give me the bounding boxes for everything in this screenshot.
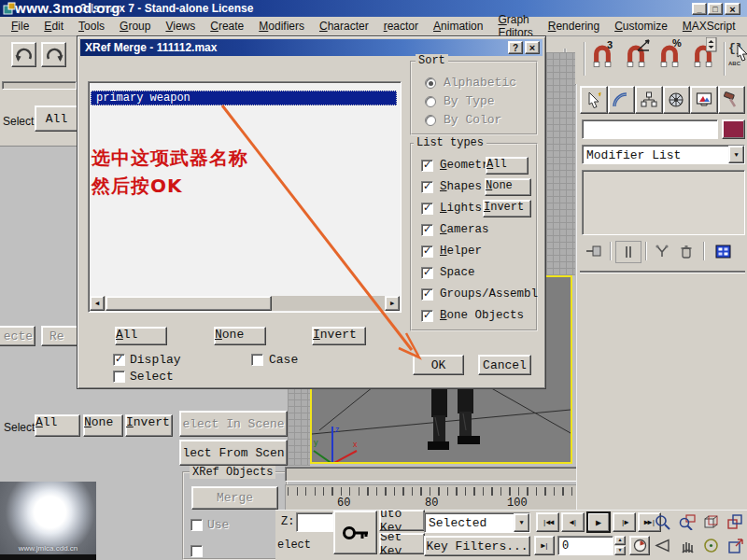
- key-mode-toggle[interactable]: ▶|: [534, 536, 555, 555]
- pan-button[interactable]: [675, 535, 698, 556]
- types-none-button[interactable]: None: [485, 178, 531, 196]
- snap-toggle-3d-icon[interactable]: 3: [590, 43, 620, 73]
- select-all-button[interactable]: All: [35, 105, 78, 132]
- tab-hierarchy[interactable]: [635, 86, 663, 114]
- play-button[interactable]: ▶: [586, 511, 611, 533]
- types-invert-button[interactable]: Invert: [483, 200, 531, 217]
- spinner-up-icon[interactable]: ▲: [614, 536, 626, 545]
- minimize-icon[interactable]: _: [692, 3, 707, 15]
- geometry-checkbox[interactable]: [421, 160, 433, 172]
- top-viewport-grid[interactable]: [546, 52, 575, 275]
- sort-alphabetic-radio[interactable]: [425, 77, 436, 89]
- menu-create[interactable]: Create: [203, 20, 251, 33]
- arc-rotate-button[interactable]: [699, 535, 723, 556]
- auto-key-button[interactable]: uto Key: [379, 510, 425, 531]
- selected-filter-dropdown[interactable]: Selected ▼: [424, 512, 530, 533]
- dialog-close-icon[interactable]: ×: [525, 41, 540, 54]
- pin-stack-button[interactable]: [582, 241, 606, 261]
- zoom-button[interactable]: [651, 511, 674, 533]
- cameras-checkbox[interactable]: [421, 224, 433, 236]
- menu-animation[interactable]: Animation: [426, 20, 490, 33]
- sort-by-color-radio[interactable]: [425, 115, 436, 126]
- undo-button[interactable]: [11, 42, 36, 67]
- invert-button[interactable]: Invert: [312, 327, 366, 345]
- modifier-list-dropdown[interactable]: Modifier List ▼: [582, 145, 745, 164]
- scroll-thumb[interactable]: [106, 296, 272, 311]
- use-checkbox[interactable]: [190, 519, 203, 531]
- remove-modifier-button[interactable]: [675, 241, 698, 261]
- time-slider-track[interactable]: [285, 467, 581, 482]
- partial-checkbox[interactable]: [190, 545, 203, 557]
- display-checkbox[interactable]: [113, 354, 125, 366]
- partial-button-ecte[interactable]: ecte: [0, 326, 35, 346]
- select-checkbox[interactable]: [113, 371, 125, 383]
- scene-none-button[interactable]: None: [83, 414, 123, 437]
- helper-checkbox[interactable]: [421, 245, 433, 258]
- object-name-field[interactable]: [582, 119, 718, 139]
- tab-create[interactable]: [580, 86, 608, 114]
- scroll-right-icon[interactable]: ▶: [385, 296, 400, 311]
- space-checkbox[interactable]: [421, 267, 433, 279]
- tab-modify[interactable]: [608, 86, 636, 114]
- object-color-swatch[interactable]: [722, 119, 745, 139]
- select-from-scene-button[interactable]: lect From Scen: [179, 440, 288, 466]
- dialog-title-bar[interactable]: XRef Merge - 111112.max ? ×: [80, 39, 543, 56]
- field-of-view-button[interactable]: [651, 535, 674, 556]
- previous-frame-button[interactable]: ◀|: [561, 512, 585, 532]
- make-unique-button[interactable]: [651, 241, 673, 261]
- case-checkbox[interactable]: [251, 354, 263, 366]
- next-frame-button[interactable]: |▶: [613, 512, 636, 532]
- go-to-start-button[interactable]: |◀◀: [536, 512, 559, 532]
- toolbar-scroll-strip[interactable]: [2, 81, 77, 90]
- configure-modifier-sets-button[interactable]: [711, 241, 735, 261]
- menu-file[interactable]: File: [4, 20, 36, 33]
- menu-modifiers[interactable]: Modifiers: [251, 20, 312, 33]
- key-filters-button[interactable]: Key Filters...: [424, 536, 530, 556]
- spinner-snap-icon[interactable]: [691, 43, 721, 73]
- modifier-stack-list[interactable]: [582, 170, 745, 235]
- tab-display[interactable]: [690, 86, 718, 114]
- spinner-down-icon[interactable]: ▼: [614, 546, 626, 555]
- xref-object-list[interactable]: primary weapon 选中这项武器名称 然后按OK ◀ ▶: [88, 81, 402, 313]
- named-selection-sets-icon[interactable]: {} ABC: [728, 41, 747, 77]
- all-button[interactable]: All: [115, 327, 167, 345]
- list-item-selected[interactable]: primary weapon: [91, 91, 397, 105]
- close-icon[interactable]: ×: [725, 3, 740, 15]
- groups-checkbox[interactable]: [421, 288, 433, 301]
- list-hscrollbar[interactable]: ◀ ▶: [90, 296, 400, 311]
- menu-views[interactable]: Views: [158, 20, 203, 33]
- percent-snap-icon[interactable]: %: [657, 43, 687, 73]
- show-end-result-button[interactable]: [615, 241, 641, 263]
- scroll-left-icon[interactable]: ◀: [90, 296, 105, 311]
- maximize-icon[interactable]: □: [708, 3, 723, 15]
- menu-customize[interactable]: Customize: [607, 20, 675, 33]
- scene-all-button[interactable]: All: [35, 414, 80, 437]
- set-keys-button[interactable]: [333, 511, 377, 554]
- menu-group[interactable]: Group: [112, 20, 158, 33]
- current-frame-field[interactable]: [559, 538, 613, 553]
- redo-button[interactable]: [41, 42, 66, 67]
- none-button[interactable]: None: [214, 327, 266, 345]
- menu-edit[interactable]: Edit: [36, 20, 71, 33]
- set-key-button[interactable]: Set Key: [379, 533, 425, 554]
- shapes-checkbox[interactable]: [421, 181, 433, 193]
- scene-invert-button[interactable]: Invert: [125, 414, 173, 437]
- menu-rendering[interactable]: Rendering: [541, 20, 607, 33]
- cancel-button[interactable]: Cancel: [478, 355, 531, 375]
- dropdown-arrow-icon[interactable]: ▼: [514, 513, 529, 532]
- time-configuration-button[interactable]: [629, 536, 650, 555]
- types-all-button[interactable]: All: [486, 157, 529, 175]
- tab-utilities[interactable]: [718, 86, 746, 114]
- angle-snap-icon[interactable]: [624, 43, 654, 73]
- menu-reactor[interactable]: reactor: [376, 20, 426, 33]
- zoom-extents-all-button[interactable]: [724, 511, 747, 533]
- min-max-toggle-button[interactable]: [724, 535, 747, 556]
- left-viewport-grid[interactable]: [288, 387, 310, 466]
- tab-motion[interactable]: [663, 86, 691, 114]
- modifier-dropdown-arrow-icon[interactable]: ▼: [728, 146, 744, 163]
- select-in-scene-button[interactable]: elect In Scene: [179, 411, 288, 437]
- frame-spinner[interactable]: ▲ ▼: [614, 536, 626, 555]
- sort-by-type-radio[interactable]: [425, 96, 436, 107]
- bone-objects-checkbox[interactable]: [421, 310, 433, 322]
- z-coordinate-field[interactable]: [296, 512, 333, 532]
